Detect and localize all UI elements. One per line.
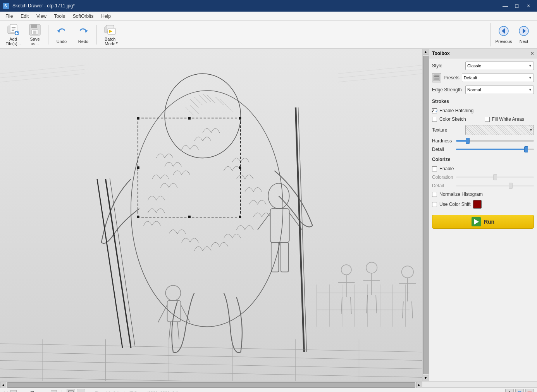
color-sketch-label: Color Sketch xyxy=(439,116,466,122)
texture-row: Texture ▼ xyxy=(432,125,534,135)
normalize-histogram-row: Normalize Histogram xyxy=(432,192,534,197)
presets-dropdown[interactable]: Default ▼ xyxy=(462,74,534,82)
save-icon xyxy=(29,24,41,36)
titlebar: S Sketch Drawer - otp-1711.jpg* — □ × xyxy=(0,0,537,12)
redo-label: Redo xyxy=(78,39,88,44)
hardness-thumb[interactable] xyxy=(466,138,470,144)
fill-white-areas-checkbox[interactable] xyxy=(485,117,490,122)
actual-size-button[interactable]: 1:1 xyxy=(77,389,85,392)
previous-label: Previous xyxy=(496,39,512,44)
fit-image-button[interactable] xyxy=(67,389,75,392)
previous-icon xyxy=(498,26,509,38)
edge-strength-label: Edge Strength xyxy=(432,87,463,92)
run-label: Run xyxy=(484,219,494,225)
enable-colorize-row: Enable xyxy=(432,166,534,171)
youtube-button[interactable] xyxy=(525,389,534,392)
redo-button[interactable]: Redo xyxy=(73,23,93,46)
run-button[interactable]: Run xyxy=(432,215,534,229)
format-label: JPG xyxy=(129,391,137,392)
toolbox-close-button[interactable]: × xyxy=(531,50,534,56)
vertical-scrollbar[interactable]: ▲ ▼ xyxy=(422,49,429,381)
coloration-slider[interactable] xyxy=(456,176,534,178)
color-sketch-row: Color Sketch xyxy=(432,116,482,122)
svg-rect-98 xyxy=(434,75,439,77)
presets-row: Presets Default ▼ xyxy=(432,73,534,82)
menubar: File Edit View Tools SoftOrbits Help xyxy=(0,12,537,21)
toolbox-title: Toolbox xyxy=(432,51,450,56)
normalize-histogram-checkbox[interactable] xyxy=(432,192,437,197)
canvas-area[interactable] xyxy=(0,49,422,381)
coloration-thumb[interactable] xyxy=(493,174,497,180)
add-files-button[interactable]: Add File(s)... xyxy=(3,23,23,46)
next-button[interactable]: Next xyxy=(514,23,534,46)
statusbar: 1:1 − + 1:1 Time (s): 0.1 JPG (3000×2000… xyxy=(0,387,537,392)
detail-colorize-thumb[interactable] xyxy=(509,183,513,189)
menu-file[interactable]: File xyxy=(2,13,17,20)
window-title: Sketch Drawer - otp-1711.jpg* xyxy=(12,3,497,9)
enable-hatching-checkbox[interactable]: ✓ xyxy=(432,108,437,113)
menu-help[interactable]: Help xyxy=(97,13,115,20)
svg-marker-100 xyxy=(474,219,479,224)
use-color-shift-checkbox[interactable] xyxy=(432,202,437,207)
menu-softorbits[interactable]: SoftOrbits xyxy=(69,13,97,20)
hscrollbar-right-space xyxy=(422,382,537,387)
scroll-up-button[interactable]: ▲ xyxy=(423,49,429,55)
style-label: Style xyxy=(432,63,463,68)
fill-white-areas-row: Fill White Areas xyxy=(485,116,534,122)
edge-strength-dropdown-arrow: ▼ xyxy=(528,88,532,92)
detail-thumb[interactable] xyxy=(524,146,528,152)
menu-view[interactable]: View xyxy=(33,13,50,20)
scroll-thumb-v[interactable] xyxy=(423,56,429,374)
edge-strength-row: Edge Strength Normal ▼ xyxy=(432,86,534,94)
svg-rect-24 xyxy=(0,49,422,381)
edge-strength-dropdown[interactable]: Normal ▼ xyxy=(465,86,534,94)
time-segment: Time (s): 0.1 xyxy=(95,391,124,392)
menu-edit[interactable]: Edit xyxy=(17,13,33,20)
zoom-out-button[interactable]: − xyxy=(10,390,17,392)
maximize-button[interactable]: □ xyxy=(511,2,522,10)
batch-dropdown-arrow: ▼ xyxy=(115,41,119,45)
nav-area: Previous Next xyxy=(490,23,534,46)
strokes-section-title: Strokes xyxy=(432,99,534,104)
dimensions-segment: (3000×2000×24) xyxy=(147,391,183,392)
minimize-button[interactable]: — xyxy=(500,2,511,10)
color-sketch-checkbox[interactable] xyxy=(432,117,437,122)
presets-icon xyxy=(432,73,441,82)
undo-button[interactable]: Undo xyxy=(52,23,72,46)
info-button[interactable]: ℹ xyxy=(505,389,514,392)
previous-button[interactable]: Previous xyxy=(494,23,514,46)
zoom-in-button[interactable]: + xyxy=(51,390,57,392)
enable-colorize-checkbox[interactable] xyxy=(432,166,437,171)
time-label: Time (s): xyxy=(95,391,112,392)
undo-icon xyxy=(55,26,68,38)
share-button[interactable]: f xyxy=(515,389,524,392)
add-files-label: Add File(s)... xyxy=(5,37,21,46)
scroll-down-button[interactable]: ▼ xyxy=(423,375,429,381)
detail-label: Detail xyxy=(432,147,454,152)
style-dropdown[interactable]: Classic ▼ xyxy=(465,62,534,70)
color-shift-swatch[interactable] xyxy=(473,200,482,209)
dimensions-label: (3000×2000×24) xyxy=(147,391,178,392)
sketch-background xyxy=(0,49,422,381)
save-as-button[interactable]: Save as... xyxy=(25,23,45,46)
hardness-slider[interactable] xyxy=(456,140,534,142)
detail-slider[interactable] xyxy=(456,149,534,150)
scroll-right-button[interactable]: ► xyxy=(416,382,422,388)
window-controls: — □ × xyxy=(500,2,534,10)
status-icons-left: 1:1 xyxy=(67,389,90,392)
detail-colorize-row: Detail xyxy=(432,183,534,188)
close-button[interactable]: × xyxy=(523,2,534,10)
menu-tools[interactable]: Tools xyxy=(50,13,69,20)
detail-colorize-slider[interactable] xyxy=(456,185,534,187)
svg-rect-11 xyxy=(31,24,37,28)
toolbox-body: Style Classic ▼ Presets Default xyxy=(429,58,537,232)
detail-colorize-label: Detail xyxy=(432,183,454,188)
scroll-left-button[interactable]: ◄ xyxy=(0,382,6,388)
batch-label: Batch Mode xyxy=(105,37,115,46)
zoom-thumb[interactable] xyxy=(31,391,34,392)
scroll-thumb-h[interactable] xyxy=(7,382,415,388)
horizontal-scrollbar[interactable]: ◄ ► xyxy=(0,382,422,388)
texture-preview[interactable]: ▼ xyxy=(465,125,534,135)
enable-hatching-checkmark: ✓ xyxy=(431,108,435,113)
toolbar-separator-2 xyxy=(96,25,97,45)
